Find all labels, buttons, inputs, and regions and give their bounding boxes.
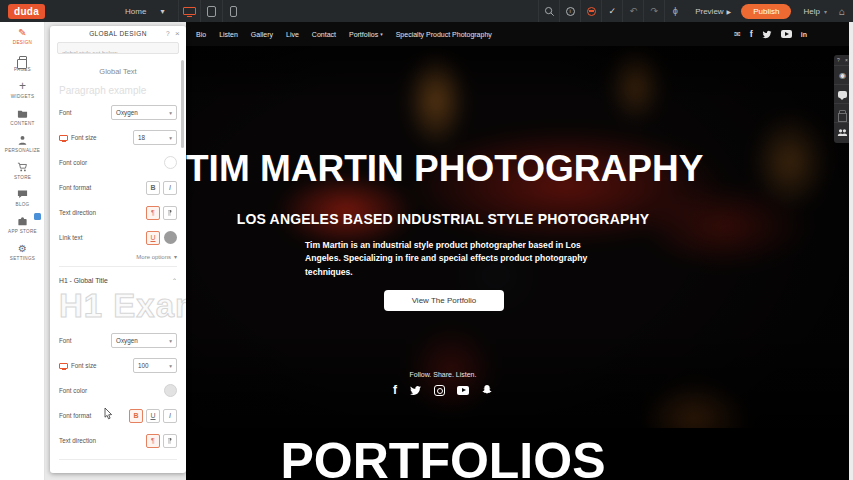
saved-indicator: ✓ — [601, 0, 622, 22]
hidden-elements-icon — [587, 7, 596, 16]
h1-text-direction-row: Text direction ¶ ¶ — [50, 428, 186, 453]
redo-button[interactable]: ↷ — [643, 0, 664, 22]
mail-icon[interactable]: ✉ — [734, 30, 741, 39]
sidebar-item-label: SETTINGS — [10, 256, 35, 261]
link-underline-button[interactable]: U — [146, 231, 160, 245]
preview-button[interactable]: Preview ▶ — [695, 7, 731, 16]
publish-button[interactable]: Publish — [741, 4, 791, 19]
sidebar-item-pages[interactable]: PAGES — [0, 49, 45, 76]
info-button[interactable]: i — [559, 0, 580, 22]
sidebar-item-design[interactable]: ✎ DESIGN — [0, 22, 45, 49]
hero-paragraph[interactable]: Tim Martin is an industrial style produc… — [305, 239, 591, 279]
dashboard-home-button[interactable]: ⌂ — [839, 6, 845, 17]
hidden-elements-button[interactable] — [580, 0, 601, 22]
sidebar-item-blog[interactable]: BLOG — [0, 184, 45, 211]
h1-style-preview: H1 Example — [50, 288, 186, 328]
help-dropdown[interactable]: Help ▾ — [803, 7, 826, 16]
panel-divider — [59, 459, 177, 460]
mobile-view-button[interactable] — [222, 0, 244, 22]
nav-link-gallery[interactable]: Gallery — [251, 31, 273, 38]
question-icon[interactable]: ? — [837, 57, 840, 63]
h1-ltr-direction-button[interactable]: ¶ — [146, 434, 160, 448]
twitter-icon[interactable] — [762, 30, 772, 39]
close-icon[interactable]: × — [845, 57, 848, 63]
h1-font-size-select[interactable]: 100 ▾ — [133, 358, 177, 373]
h1-font-size-label: Font size — [71, 362, 97, 369]
youtube-icon[interactable] — [781, 30, 792, 38]
link-color-swatch[interactable] — [164, 231, 177, 244]
h1-section-title: H1 - Global Title — [59, 277, 108, 284]
sidebar-item-app-store[interactable]: APP STORE — [0, 211, 45, 238]
panel-close-button[interactable]: × — [175, 29, 180, 38]
font-color-swatch[interactable] — [164, 156, 177, 169]
font-select[interactable]: Oxygen ▾ — [111, 105, 177, 120]
chevron-down-icon: ▾ — [824, 8, 827, 15]
sidebar-item-settings[interactable]: ⚙ SETTINGS — [0, 238, 45, 265]
page-selector-dropdown[interactable]: Home ▾ — [125, 7, 164, 16]
paragraph-rtl-icon: ¶ — [168, 209, 172, 216]
h1-text-direction-label: Text direction — [59, 437, 96, 444]
facebook-icon[interactable]: f — [750, 29, 753, 39]
snapchat-icon[interactable] — [481, 384, 493, 396]
facebook-icon[interactable]: f — [393, 383, 397, 397]
h1-font-color-swatch[interactable] — [164, 384, 177, 397]
h1-italic-button[interactable]: I — [163, 409, 177, 423]
sidebar-item-content[interactable]: CONTENT — [0, 103, 45, 130]
hero-title[interactable]: TIM MARTIN PHOTOGRAPHY — [186, 148, 700, 190]
nav-link-portfolios[interactable]: Portfolios ▾ — [349, 31, 383, 38]
linkedin-icon[interactable]: in — [801, 31, 807, 38]
panel-title: GLOBAL DESIGN — [89, 30, 147, 37]
device-override-icon — [59, 363, 68, 369]
hero-subtitle[interactable]: LOS ANGELES BASED INDUSTRIAL STYLE PHOTO… — [186, 211, 700, 227]
duda-logo[interactable]: duda — [8, 4, 45, 19]
site-preview-canvas[interactable]: Bio Listen Gallery Live Contact Portfoli… — [186, 22, 853, 480]
preview-scrollbar[interactable] — [849, 22, 853, 480]
portfolios-section: PORTFOLIOS — [186, 428, 853, 480]
follow-share-listen-text: Follow. Share. Listen. — [186, 371, 700, 378]
chevron-down-icon: ▾ — [169, 363, 172, 369]
search-icon — [544, 6, 555, 17]
twitter-icon[interactable] — [409, 385, 422, 396]
desktop-view-button[interactable] — [178, 0, 200, 22]
nav-link-specialty[interactable]: Specialty Product Photography — [396, 31, 492, 38]
sidebar-item-widgets[interactable]: + WIDGETS — [0, 76, 45, 103]
portfolios-heading[interactable]: PORTFOLIOS — [186, 432, 700, 480]
global-text-section-title: Global Text — [50, 67, 186, 76]
h1-bold-button[interactable]: B — [129, 409, 143, 423]
bold-button[interactable]: B — [146, 181, 160, 195]
panel-help-button[interactable]: ? — [166, 30, 170, 37]
sidebar-item-personalize[interactable]: PERSONALIZE — [0, 130, 45, 157]
font-color-row: Font color — [50, 150, 186, 175]
h1-section-header[interactable]: H1 - Global Title ⌃ — [50, 273, 186, 284]
text-direction-label: Text direction — [59, 209, 96, 216]
h1-font-label: Font — [59, 337, 72, 344]
duda-editor: duda Home ▾ i ✓ ↶ — [0, 0, 853, 480]
ltr-direction-button[interactable]: ¶ — [146, 206, 160, 220]
tablet-view-button[interactable] — [200, 0, 222, 22]
site-navbar[interactable]: Bio Listen Gallery Live Contact Portfoli… — [186, 22, 853, 46]
sidebar-item-label: PERSONALIZE — [5, 148, 40, 153]
view-portfolio-button[interactable]: View The Portfolio — [384, 290, 504, 311]
link-text-row: Link text U — [50, 225, 186, 250]
panel-scrollbar-thumb[interactable] — [181, 60, 184, 148]
scrolled-info-note: global style set below. — [57, 42, 179, 54]
h1-rtl-direction-button[interactable]: ¶ — [163, 434, 177, 448]
h1-underline-button[interactable]: U — [146, 409, 160, 423]
search-button[interactable] — [538, 0, 559, 22]
nav-link-bio[interactable]: Bio — [196, 31, 206, 38]
instagram-icon[interactable] — [434, 385, 445, 396]
undo-button[interactable]: ↶ — [622, 0, 643, 22]
nav-link-contact[interactable]: Contact — [312, 31, 336, 38]
h1-font-select[interactable]: Oxygen ▾ — [111, 333, 177, 348]
font-size-select[interactable]: 18 ▾ — [133, 130, 177, 145]
sidebar-item-store[interactable]: STORE — [0, 157, 45, 184]
italic-button[interactable]: I — [163, 181, 177, 195]
app-store-badge — [34, 213, 41, 220]
nav-link-listen[interactable]: Listen — [219, 31, 238, 38]
rtl-direction-button[interactable]: ¶ — [163, 206, 177, 220]
more-options-toggle[interactable]: More options ▾ — [50, 250, 186, 260]
youtube-icon[interactable] — [457, 386, 469, 395]
nav-link-live[interactable]: Live — [286, 31, 299, 38]
dev-mode-button[interactable]: ϕ — [664, 0, 685, 22]
mouse-cursor — [104, 406, 113, 424]
